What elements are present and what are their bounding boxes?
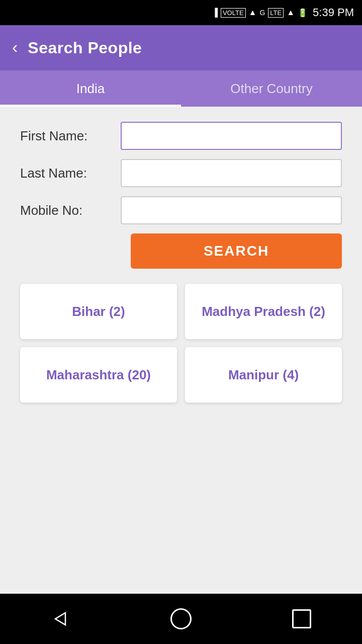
first-name-input[interactable] bbox=[121, 122, 342, 150]
back-button[interactable]: ‹ bbox=[12, 38, 18, 55]
state-grid: Bihar (2) Madhya Pradesh (2) Maharashtra… bbox=[20, 284, 342, 403]
main-content: First Name: Last Name: Mobile No: Search… bbox=[0, 107, 362, 594]
tab-india-label: India bbox=[76, 81, 105, 97]
tab-bar: India Other Country bbox=[0, 70, 362, 107]
tab-india[interactable]: India bbox=[0, 70, 181, 107]
first-name-label: First Name: bbox=[20, 128, 121, 144]
signal2-icon: ▲ bbox=[287, 8, 295, 17]
mobile-no-label: Mobile No: bbox=[20, 203, 121, 218]
page-title: Search People bbox=[28, 39, 142, 57]
state-card-manipur[interactable]: Manipur (4) bbox=[185, 347, 342, 403]
last-name-group: Last Name: bbox=[20, 159, 342, 187]
state-card-madhya-pradesh[interactable]: Madhya Pradesh (2) bbox=[185, 284, 342, 339]
wifi-icon: ▲ bbox=[249, 8, 257, 17]
search-button[interactable]: Search bbox=[131, 233, 342, 269]
search-button-wrap: Search bbox=[20, 233, 342, 269]
tab-other-country[interactable]: Other Country bbox=[181, 70, 362, 107]
first-name-group: First Name: bbox=[20, 122, 342, 150]
battery-icon: 🔋 bbox=[298, 8, 308, 18]
app-header: ‹ Search People bbox=[0, 25, 362, 70]
last-name-label: Last Name: bbox=[20, 166, 121, 181]
state-card-manipur-label: Manipur (4) bbox=[228, 367, 299, 383]
nav-home-button[interactable] bbox=[166, 604, 196, 634]
state-card-madhya-pradesh-label: Madhya Pradesh (2) bbox=[202, 304, 325, 319]
status-time: 5:39 PM bbox=[313, 6, 354, 19]
mobile-no-group: Mobile No: bbox=[20, 196, 342, 224]
status-bar: ▐ VOLTE ▲ G LTE ▲ 🔋 5:39 PM bbox=[0, 0, 362, 25]
last-name-input[interactable] bbox=[121, 159, 342, 187]
tab-other-country-label: Other Country bbox=[230, 81, 312, 97]
state-card-maharashtra[interactable]: Maharashtra (20) bbox=[20, 347, 177, 403]
state-card-bihar-label: Bihar (2) bbox=[72, 304, 125, 319]
g-icon: G bbox=[259, 9, 265, 17]
state-card-maharashtra-label: Maharashtra (20) bbox=[46, 367, 151, 383]
mobile-no-input[interactable] bbox=[121, 196, 342, 224]
status-icons: ▐ VOLTE ▲ G LTE ▲ 🔋 bbox=[212, 8, 308, 18]
state-card-bihar[interactable]: Bihar (2) bbox=[20, 284, 177, 339]
nav-bar bbox=[0, 594, 362, 644]
lte-icon: LTE bbox=[268, 8, 284, 18]
volte-icon: VOLTE bbox=[221, 8, 246, 18]
nav-back-button[interactable] bbox=[45, 604, 75, 634]
svg-marker-0 bbox=[55, 613, 65, 625]
signal-icon: ▐ bbox=[212, 8, 218, 17]
nav-recent-button[interactable] bbox=[287, 604, 317, 634]
